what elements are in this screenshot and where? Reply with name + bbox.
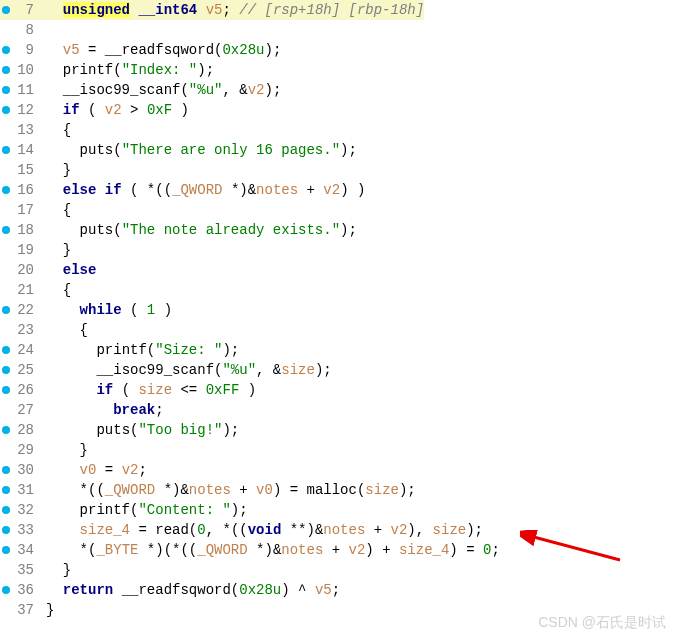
code-line[interactable]: 20 else [0, 260, 674, 280]
code-line[interactable]: 14 puts("There are only 16 pages."); [0, 140, 674, 160]
breakpoint-dot-icon[interactable] [2, 226, 10, 234]
code-content[interactable]: return __readfsqword(0x28u) ^ v5; [40, 580, 340, 600]
line-number[interactable]: 32 [0, 500, 40, 520]
code-content[interactable]: break; [40, 400, 164, 420]
code-content[interactable]: __isoc99_scanf("%u", &size); [40, 360, 332, 380]
breakpoint-dot-icon[interactable] [2, 426, 10, 434]
line-number[interactable]: 16 [0, 180, 40, 200]
code-line[interactable]: 15 } [0, 160, 674, 180]
line-number[interactable]: 35 [0, 560, 40, 580]
line-number[interactable]: 20 [0, 260, 40, 280]
code-line[interactable]: 30 v0 = v2; [0, 460, 674, 480]
code-content[interactable]: { [40, 280, 71, 300]
code-content[interactable]: { [40, 200, 71, 220]
code-content[interactable]: else [40, 260, 96, 280]
code-line[interactable]: 29 } [0, 440, 674, 460]
code-content[interactable]: if ( size <= 0xFF ) [40, 380, 256, 400]
code-line[interactable]: 24 printf("Size: "); [0, 340, 674, 360]
breakpoint-dot-icon[interactable] [2, 86, 10, 94]
code-content[interactable]: *((_QWORD *)&notes + v0) = malloc(size); [40, 480, 416, 500]
breakpoint-dot-icon[interactable] [2, 506, 10, 514]
line-number[interactable]: 22 [0, 300, 40, 320]
line-number[interactable]: 14 [0, 140, 40, 160]
code-content[interactable]: printf("Index: "); [40, 60, 214, 80]
breakpoint-dot-icon[interactable] [2, 46, 10, 54]
code-content[interactable]: size_4 = read(0, *((void **)&notes + v2)… [40, 520, 483, 540]
line-number[interactable]: 7 [0, 0, 40, 20]
code-content[interactable]: v5 = __readfsqword(0x28u); [40, 40, 281, 60]
line-number[interactable]: 13 [0, 120, 40, 140]
breakpoint-dot-icon[interactable] [2, 366, 10, 374]
line-number[interactable]: 18 [0, 220, 40, 240]
breakpoint-dot-icon[interactable] [2, 546, 10, 554]
code-line[interactable]: 25 __isoc99_scanf("%u", &size); [0, 360, 674, 380]
code-line[interactable]: 34 *(_BYTE *)(*((_QWORD *)&notes + v2) +… [0, 540, 674, 560]
line-number[interactable]: 28 [0, 420, 40, 440]
code-content[interactable]: puts("The note already exists."); [40, 220, 357, 240]
code-line[interactable]: 7 unsigned __int64 v5; // [rsp+18h] [rbp… [0, 0, 674, 20]
breakpoint-dot-icon[interactable] [2, 186, 10, 194]
code-line[interactable]: 10 printf("Index: "); [0, 60, 674, 80]
code-line[interactable]: 12 if ( v2 > 0xF ) [0, 100, 674, 120]
line-number[interactable]: 33 [0, 520, 40, 540]
code-line[interactable]: 17 { [0, 200, 674, 220]
code-line[interactable]: 18 puts("The note already exists."); [0, 220, 674, 240]
code-content[interactable]: } [40, 160, 71, 180]
code-line[interactable]: 35 } [0, 560, 674, 580]
line-number[interactable]: 23 [0, 320, 40, 340]
code-content[interactable]: puts("There are only 16 pages."); [40, 140, 357, 160]
code-content[interactable]: } [40, 440, 88, 460]
breakpoint-dot-icon[interactable] [2, 466, 10, 474]
code-content[interactable]: __isoc99_scanf("%u", &v2); [40, 80, 281, 100]
breakpoint-dot-icon[interactable] [2, 66, 10, 74]
code-line[interactable]: 27 break; [0, 400, 674, 420]
code-line[interactable]: 28 puts("Too big!"); [0, 420, 674, 440]
breakpoint-dot-icon[interactable] [2, 6, 10, 14]
code-line[interactable]: 36 return __readfsqword(0x28u) ^ v5; [0, 580, 674, 600]
line-number[interactable]: 25 [0, 360, 40, 380]
code-line[interactable]: 9 v5 = __readfsqword(0x28u); [0, 40, 674, 60]
code-line[interactable]: 21 { [0, 280, 674, 300]
line-number[interactable]: 30 [0, 460, 40, 480]
line-number[interactable]: 34 [0, 540, 40, 560]
code-content[interactable]: puts("Too big!"); [40, 420, 239, 440]
line-number[interactable]: 26 [0, 380, 40, 400]
code-content[interactable]: printf("Size: "); [40, 340, 239, 360]
code-content[interactable]: v0 = v2; [40, 460, 147, 480]
breakpoint-dot-icon[interactable] [2, 146, 10, 154]
code-content[interactable]: { [40, 120, 71, 140]
breakpoint-dot-icon[interactable] [2, 306, 10, 314]
line-number[interactable]: 21 [0, 280, 40, 300]
code-content[interactable]: printf("Content: "); [40, 500, 248, 520]
code-content[interactable]: { [40, 320, 88, 340]
line-number[interactable]: 31 [0, 480, 40, 500]
code-line[interactable]: 11 __isoc99_scanf("%u", &v2); [0, 80, 674, 100]
code-content[interactable]: else if ( *((_QWORD *)&notes + v2) ) [40, 180, 365, 200]
line-number[interactable]: 15 [0, 160, 40, 180]
line-number[interactable]: 27 [0, 400, 40, 420]
code-content[interactable]: while ( 1 ) [40, 300, 172, 320]
line-number[interactable]: 17 [0, 200, 40, 220]
line-number[interactable]: 37 [0, 600, 40, 620]
line-number[interactable]: 29 [0, 440, 40, 460]
code-content[interactable] [40, 20, 46, 40]
code-line[interactable]: 8 [0, 20, 674, 40]
code-line[interactable]: 32 printf("Content: "); [0, 500, 674, 520]
breakpoint-dot-icon[interactable] [2, 106, 10, 114]
code-line[interactable]: 13 { [0, 120, 674, 140]
breakpoint-dot-icon[interactable] [2, 386, 10, 394]
code-line[interactable]: 23 { [0, 320, 674, 340]
code-line[interactable]: 16 else if ( *((_QWORD *)&notes + v2) ) [0, 180, 674, 200]
breakpoint-dot-icon[interactable] [2, 526, 10, 534]
code-line[interactable]: 33 size_4 = read(0, *((void **)&notes + … [0, 520, 674, 540]
line-number[interactable]: 8 [0, 20, 40, 40]
breakpoint-dot-icon[interactable] [2, 586, 10, 594]
line-number[interactable]: 9 [0, 40, 40, 60]
code-content[interactable]: *(_BYTE *)(*((_QWORD *)&notes + v2) + si… [40, 540, 500, 560]
code-content[interactable]: } [40, 600, 54, 620]
code-line[interactable]: 31 *((_QWORD *)&notes + v0) = malloc(siz… [0, 480, 674, 500]
code-line[interactable]: 22 while ( 1 ) [0, 300, 674, 320]
code-content[interactable]: } [40, 240, 71, 260]
code-content[interactable]: if ( v2 > 0xF ) [40, 100, 189, 120]
line-number[interactable]: 11 [0, 80, 40, 100]
